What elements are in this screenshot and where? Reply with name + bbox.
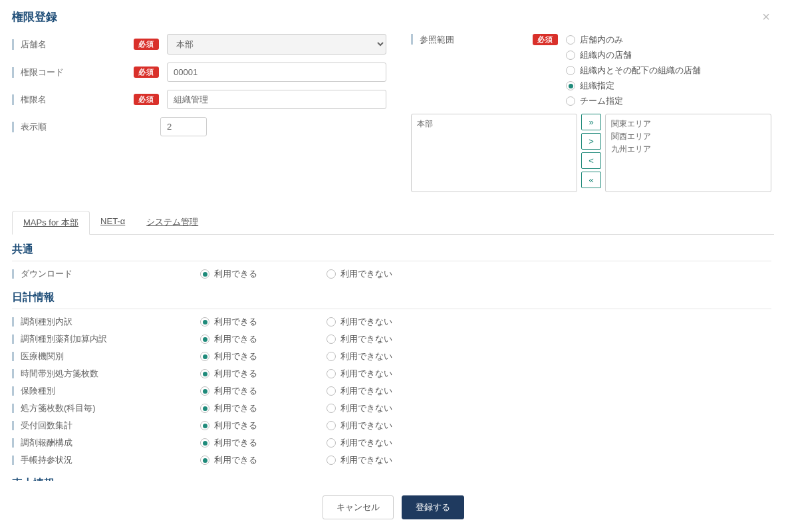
move-all-left-button[interactable]: «: [581, 172, 601, 188]
permission-row: 保険種別利用できる利用できない: [12, 382, 771, 400]
option-deny[interactable]: 利用できない: [327, 350, 453, 362]
radio-icon: [327, 386, 336, 396]
option-allow[interactable]: 利用できる: [200, 333, 327, 345]
label-store-name: 店舗名: [21, 39, 134, 51]
option-deny[interactable]: 利用できない: [327, 420, 453, 432]
permission-label: 受付回数集計: [21, 420, 200, 432]
field-bar-icon: [12, 438, 14, 448]
option-label: 利用できる: [214, 420, 257, 432]
ref-scope-option[interactable]: 組織内の店舗: [566, 49, 701, 61]
ref-scope-radio-group: 店舗内のみ組織内の店舗組織内とその配下の組織の店舗組織指定チーム指定: [566, 34, 701, 107]
field-bar-icon: [12, 94, 14, 105]
radio-icon: [200, 386, 209, 396]
option-label: 利用できない: [340, 268, 392, 280]
option-allow[interactable]: 利用できる: [200, 350, 327, 362]
move-left-button[interactable]: <: [581, 152, 601, 169]
option-deny[interactable]: 利用できない: [327, 454, 453, 466]
radio-icon: [200, 421, 209, 430]
ref-scope-option[interactable]: 組織内とその配下の組織の店舗: [566, 65, 701, 76]
option-deny[interactable]: 利用できない: [327, 437, 453, 449]
option-deny[interactable]: 利用できない: [327, 385, 453, 397]
option-label: 利用できない: [340, 316, 392, 328]
option-label: 利用できない: [340, 437, 392, 449]
radio-icon: [327, 269, 336, 279]
permission-row: 調剤種別薬剤加算内訳利用できる利用できない: [12, 331, 771, 348]
perm-code-input[interactable]: [167, 63, 386, 82]
radio-icon: [327, 352, 336, 361]
permission-row: 時間帯別処方箋枚数利用できる利用できない: [12, 365, 771, 382]
permission-label: 処方箋枚数(科目毎): [21, 402, 200, 414]
close-icon[interactable]: ×: [758, 9, 774, 25]
radio-icon: [566, 51, 575, 60]
section-title: 売上情報: [12, 477, 771, 481]
option-allow[interactable]: 利用できる: [200, 368, 327, 380]
option-label: 利用できない: [340, 350, 392, 362]
ref-scope-option[interactable]: 組織指定: [566, 80, 701, 92]
transfer-buttons: » > < «: [581, 114, 601, 192]
list-item[interactable]: 関西エリア: [611, 130, 765, 143]
radio-icon: [327, 317, 336, 327]
permissions-scroll-area[interactable]: 共通ダウンロード利用できる利用できない日計情報調剤種別内訳利用できる利用できない…: [12, 235, 774, 481]
cancel-button[interactable]: キャンセル: [323, 495, 394, 519]
target-list[interactable]: 関東エリア関西エリア九州エリア: [605, 114, 771, 192]
ref-scope-option[interactable]: チーム指定: [566, 95, 701, 107]
option-allow[interactable]: 利用できる: [200, 437, 327, 449]
permission-label: ダウンロード: [21, 268, 200, 280]
radio-icon: [200, 456, 209, 465]
option-allow[interactable]: 利用できる: [200, 454, 327, 466]
permission-label: 保険種別: [21, 385, 200, 397]
order-input[interactable]: [160, 117, 207, 136]
radio-icon: [327, 456, 336, 465]
radio-icon: [200, 404, 209, 413]
option-allow[interactable]: 利用できる: [200, 402, 327, 414]
label-perm-code: 権限コード: [21, 66, 134, 78]
option-allow[interactable]: 利用できる: [200, 316, 327, 328]
radio-icon: [566, 35, 575, 45]
radio-label: 組織指定: [580, 80, 614, 92]
radio-icon: [327, 404, 336, 413]
list-item[interactable]: 関東エリア: [611, 118, 765, 130]
left-column: 店舗名 必須 本部 権限コード 必須 権限名 必須 表示順: [12, 34, 391, 192]
radio-icon: [327, 438, 336, 448]
ref-scope-option[interactable]: 店舗内のみ: [566, 34, 701, 46]
store-name-select[interactable]: 本部: [167, 34, 386, 55]
tab[interactable]: システム管理: [136, 211, 209, 234]
option-deny[interactable]: 利用できない: [327, 316, 453, 328]
move-right-button[interactable]: >: [581, 133, 601, 150]
list-item[interactable]: 九州エリア: [611, 143, 765, 156]
required-badge: 必須: [134, 94, 159, 105]
option-allow[interactable]: 利用できる: [200, 420, 327, 432]
tab[interactable]: NET-α: [90, 211, 136, 234]
label-order: 表示順: [21, 121, 134, 133]
field-bar-icon: [12, 334, 14, 344]
tab[interactable]: MAPs for 本部: [12, 211, 90, 235]
move-all-right-button[interactable]: »: [581, 114, 601, 130]
field-bar-icon: [12, 386, 14, 396]
perm-name-input[interactable]: [167, 90, 386, 109]
radio-icon: [566, 66, 575, 75]
option-label: 利用できる: [214, 437, 257, 449]
required-badge: 必須: [134, 66, 159, 78]
field-bar-icon: [12, 421, 14, 430]
field-bar-icon: [12, 122, 14, 132]
option-deny[interactable]: 利用できない: [327, 402, 453, 414]
field-bar-icon: [12, 39, 14, 50]
dual-list-transfer: 本部 » > < « 関東エリア関西エリア九州エリア: [411, 114, 774, 192]
radio-icon: [200, 269, 209, 279]
field-bar-icon: [12, 352, 14, 361]
option-deny[interactable]: 利用できない: [327, 368, 453, 380]
submit-button[interactable]: 登録する: [402, 495, 464, 519]
permission-row: 調剤報酬構成利用できる利用できない: [12, 434, 771, 452]
option-deny[interactable]: 利用できない: [327, 268, 453, 280]
field-bar-icon: [12, 404, 14, 413]
option-label: 利用できない: [340, 368, 392, 380]
option-label: 利用できる: [214, 454, 257, 466]
permission-row: ダウンロード利用できる利用できない: [12, 265, 771, 283]
option-deny[interactable]: 利用できない: [327, 333, 453, 345]
option-allow[interactable]: 利用できる: [200, 385, 327, 397]
option-allow[interactable]: 利用できる: [200, 268, 327, 280]
list-item[interactable]: 本部: [417, 118, 571, 130]
source-list[interactable]: 本部: [411, 114, 577, 192]
field-perm-name: 権限名 必須: [12, 90, 391, 109]
radio-icon: [327, 421, 336, 430]
